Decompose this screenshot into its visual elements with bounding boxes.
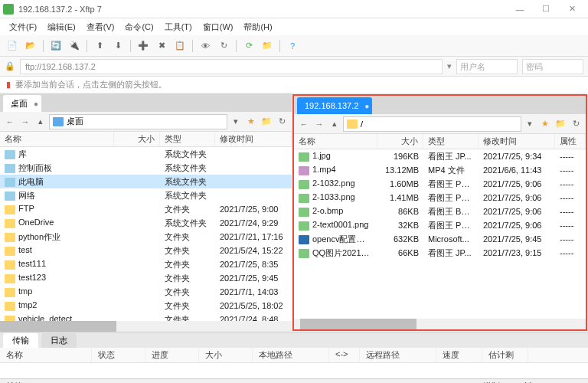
path-dropdown-icon[interactable]: ▾ <box>523 117 537 131</box>
column-header[interactable]: 名称 <box>294 134 377 149</box>
menu-item[interactable]: 文件(F) <box>5 20 41 34</box>
refresh-icon[interactable]: ↻ <box>216 38 231 54</box>
forward-button[interactable]: → <box>312 117 326 131</box>
column-header[interactable]: 类型 <box>423 134 479 149</box>
table-row[interactable]: 1.jpg196KB看图王 JP...2021/7/25, 9:34----- <box>294 149 586 163</box>
desktop-icon <box>53 117 64 126</box>
table-row[interactable]: 2-o.bmp86KB看图王 BM...2021/7/25, 9:06----- <box>294 205 586 218</box>
table-row[interactable]: test123文件夹2021/7/25, 9:45 <box>0 271 292 285</box>
bookmark-icon[interactable]: ★ <box>538 117 552 131</box>
remote-tab[interactable]: 192.168.137.2● <box>297 97 372 114</box>
forward-button[interactable]: → <box>18 115 32 129</box>
table-row[interactable]: test文件夹2021/5/24, 15:22 <box>0 244 292 257</box>
transfer-column-header[interactable]: 速度 <box>436 348 482 362</box>
table-row[interactable]: opencv配置编译.docx632KBMicrosoft...2021/7/2… <box>294 232 586 246</box>
folder-icon <box>5 316 15 321</box>
menu-item[interactable]: 窗口(W) <box>198 20 238 34</box>
img-icon <box>299 249 309 258</box>
tab-log[interactable]: 日志 <box>41 333 77 348</box>
disconnect-icon[interactable]: 🔌 <box>67 38 82 54</box>
menu-item[interactable]: 命令(C) <box>120 20 158 34</box>
password-input[interactable]: 密码 <box>522 59 583 74</box>
img-icon <box>299 208 309 217</box>
sys-icon <box>5 192 15 201</box>
username-input[interactable]: 用户名 <box>456 59 518 74</box>
up-button[interactable]: ▴ <box>34 115 47 129</box>
transfer-column-header[interactable]: 状态 <box>92 348 145 362</box>
path-dropdown-icon[interactable]: ▾ <box>229 115 243 129</box>
transfer-column-header[interactable]: 远程路径 <box>360 348 436 362</box>
address-input[interactable]: ftp://192.168.137.2 <box>20 59 443 74</box>
back-button[interactable]: ← <box>297 117 311 131</box>
table-row[interactable]: tmp文件夹2021/7/1, 14:03 <box>0 285 292 299</box>
bookmark-icon[interactable]: ★ <box>244 115 258 129</box>
table-row[interactable]: 1.mp413.12MBMP4 文件2021/6/6, 11:43----- <box>294 163 586 177</box>
transfer-column-header[interactable]: 估计剩 <box>482 348 528 362</box>
column-header[interactable]: 修改时间 <box>215 132 292 146</box>
column-header[interactable]: 属性 <box>555 134 586 149</box>
table-row[interactable]: vehicle_detect文件夹2021/7/24, 8:48 <box>0 313 292 321</box>
close-icon[interactable]: ● <box>364 102 369 110</box>
folder-icon <box>5 205 15 214</box>
column-header[interactable]: 类型 <box>160 132 215 146</box>
home-icon[interactable]: 📁 <box>554 117 567 131</box>
transfer-column-header[interactable]: 大小 <box>199 348 253 362</box>
sync-icon[interactable]: ⟳ <box>241 38 256 54</box>
img-icon <box>299 221 309 231</box>
transfer-column-header[interactable]: <-> <box>329 348 360 362</box>
close-icon[interactable]: ● <box>34 100 38 108</box>
home-icon[interactable]: 📁 <box>260 115 273 129</box>
table-row[interactable]: 网络系统文件夹 <box>0 188 292 202</box>
up-button[interactable]: ▴ <box>328 117 341 131</box>
transfer-down-icon[interactable]: ⬇ <box>110 38 126 54</box>
table-row[interactable]: python作业文件夹2021/7/21, 17:16 <box>0 230 292 244</box>
table-row[interactable]: test111文件夹2021/7/25, 8:35 <box>0 257 292 271</box>
tab-transfer[interactable]: 传输 <box>3 333 38 348</box>
new-session-icon[interactable]: 📄 <box>5 38 20 54</box>
refresh-local-icon[interactable]: ↻ <box>275 115 289 129</box>
properties-icon[interactable]: 📋 <box>172 38 188 54</box>
table-row[interactable]: 2-1032.png1.60MB看图王 PN...2021/7/25, 9:06… <box>294 177 586 191</box>
menu-item[interactable]: 编辑(E) <box>43 20 80 34</box>
transfer-column-header[interactable]: 本地路径 <box>253 348 329 362</box>
column-header[interactable]: 修改时间 <box>479 134 555 149</box>
table-row[interactable]: 此电脑系统文件夹 <box>0 175 292 188</box>
local-tab[interactable]: 桌面● <box>3 95 41 112</box>
table-row[interactable]: 2-1033.png1.41MB看图王 PN...2021/7/25, 9:06… <box>294 191 586 205</box>
transfer-list[interactable] <box>0 363 588 378</box>
sys-icon <box>5 164 15 173</box>
help-icon[interactable]: ? <box>285 38 300 54</box>
column-header[interactable]: 名称 <box>0 132 114 146</box>
back-button[interactable]: ← <box>3 115 17 129</box>
folder-compare-icon[interactable]: 📁 <box>260 38 275 54</box>
new-folder-icon[interactable]: ➕ <box>136 38 151 54</box>
table-row[interactable]: 控制面板系统文件夹 <box>0 161 292 175</box>
local-path-input[interactable]: 桌面 <box>49 114 227 129</box>
view-icon[interactable]: 👁 <box>198 38 213 54</box>
menu-item[interactable]: 查看(V) <box>82 20 119 34</box>
refresh-remote-icon[interactable]: ↻ <box>569 117 583 131</box>
column-header[interactable]: 大小 <box>114 132 160 146</box>
column-header[interactable]: 大小 <box>377 134 423 149</box>
remote-path-input[interactable]: / <box>343 116 521 132</box>
close-button[interactable]: ✕ <box>559 1 585 18</box>
menu-item[interactable]: 帮助(H) <box>239 20 276 34</box>
table-row[interactable]: 2-text0001.png32KB看图王 PN...2021/7/25, 9:… <box>294 218 586 232</box>
table-row[interactable]: 库系统文件夹 <box>0 147 292 161</box>
img-icon <box>299 180 309 189</box>
folder-icon <box>5 288 15 297</box>
delete-icon[interactable]: ✖ <box>154 38 169 54</box>
table-row[interactable]: QQ图片2021072309...66KB看图王 JP...2021/7/23,… <box>294 246 586 260</box>
reconnect-icon[interactable]: 🔄 <box>48 38 64 54</box>
open-icon[interactable]: 📂 <box>23 38 38 54</box>
dropdown-icon[interactable]: ▾ <box>447 61 452 71</box>
transfer-column-header[interactable]: 进度 <box>145 348 199 362</box>
minimize-button[interactable]: — <box>507 1 533 18</box>
table-row[interactable]: tmp2文件夹2021/5/25, 18:02 <box>0 299 292 313</box>
transfer-column-header[interactable]: 名称 <box>0 348 92 362</box>
table-row[interactable]: OneDrive系统文件夹2021/7/24, 9:29 <box>0 216 292 230</box>
menu-item[interactable]: 工具(T) <box>160 20 197 34</box>
maximize-button[interactable]: ☐ <box>533 1 559 18</box>
transfer-up-icon[interactable]: ⬆ <box>92 38 107 54</box>
table-row[interactable]: FTP文件夹2021/7/25, 9:00 <box>0 202 292 216</box>
